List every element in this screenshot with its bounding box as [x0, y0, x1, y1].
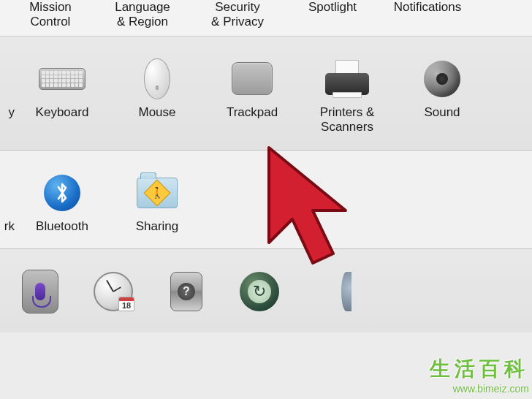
keyboard-icon: [37, 57, 88, 101]
pref-network-partial[interactable]: rk: [0, 171, 15, 234]
watermark-text: 生活百科: [430, 355, 529, 383]
clock-calendar-icon: 18: [88, 270, 139, 314]
pref-label: Sharing: [136, 219, 179, 234]
pref-language-region[interactable]: Language & Region: [95, 0, 190, 30]
microphone-icon: [15, 270, 66, 314]
pref-label: Notifications: [394, 0, 462, 15]
printer-icon: [322, 57, 373, 101]
pref-label: Printers & Scanners: [320, 105, 375, 135]
pref-dictation-speech[interactable]: [15, 270, 66, 318]
pref-printers-scanners[interactable]: Printers & Scanners: [300, 57, 395, 135]
pref-label: Trackpad: [227, 105, 278, 120]
pref-trackpad[interactable]: Trackpad: [205, 57, 300, 120]
watermark: 生活百科 www.bimeiz.com: [430, 355, 529, 395]
sharing-folder-icon: 🚶: [132, 171, 183, 215]
accessibility-icon: [307, 270, 358, 314]
prefs-row-internet: rk Bluetooth 🚶 Sharing: [0, 151, 532, 249]
trackpad-icon: [227, 57, 278, 101]
prefs-row-personal: Mission Control Language & Region Securi…: [0, 0, 532, 37]
pref-partial-left[interactable]: y: [0, 57, 15, 120]
pref-label: Security & Privacy: [211, 0, 264, 30]
pref-date-time[interactable]: 18: [88, 270, 139, 318]
prefs-row-hardware: y Keyboard Mouse Trackpad Printers & Sca…: [0, 37, 532, 151]
pref-label: Spotlight: [308, 0, 357, 15]
pref-label: Sound: [424, 105, 460, 120]
pref-spotlight[interactable]: Spotlight: [285, 0, 380, 15]
prefs-row-system: 18 ?: [0, 249, 532, 332]
display-icon: [0, 57, 15, 101]
pref-accessibility-partial[interactable]: [307, 270, 358, 318]
pref-startup-disk[interactable]: ?: [161, 270, 212, 318]
network-icon: [0, 171, 15, 215]
pref-sharing[interactable]: 🚶 Sharing: [110, 171, 205, 234]
watermark-url: www.bimeiz.com: [430, 383, 529, 395]
pref-label: y: [9, 105, 15, 120]
pref-keyboard[interactable]: Keyboard: [15, 57, 110, 120]
pref-label: rk: [4, 219, 15, 234]
bluetooth-icon: [37, 171, 88, 215]
mouse-icon: [132, 57, 183, 101]
pref-sound[interactable]: Sound: [395, 57, 490, 120]
pref-notifications[interactable]: Notifications: [380, 0, 475, 15]
timemachine-icon: [234, 270, 285, 314]
pref-security-privacy[interactable]: Security & Privacy: [190, 0, 285, 30]
pref-mouse[interactable]: Mouse: [110, 57, 205, 120]
pref-label: Keyboard: [36, 105, 89, 120]
harddrive-icon: ?: [161, 270, 212, 314]
pref-label: Mission Control: [29, 0, 72, 30]
pref-time-machine[interactable]: [234, 270, 285, 318]
pref-bluetooth[interactable]: Bluetooth: [15, 171, 110, 234]
pref-mission-control[interactable]: Mission Control: [0, 0, 95, 30]
pref-label: Language & Region: [115, 0, 170, 30]
speaker-icon: [417, 57, 468, 101]
pref-label: Bluetooth: [36, 219, 88, 234]
pref-label: Mouse: [138, 105, 175, 120]
